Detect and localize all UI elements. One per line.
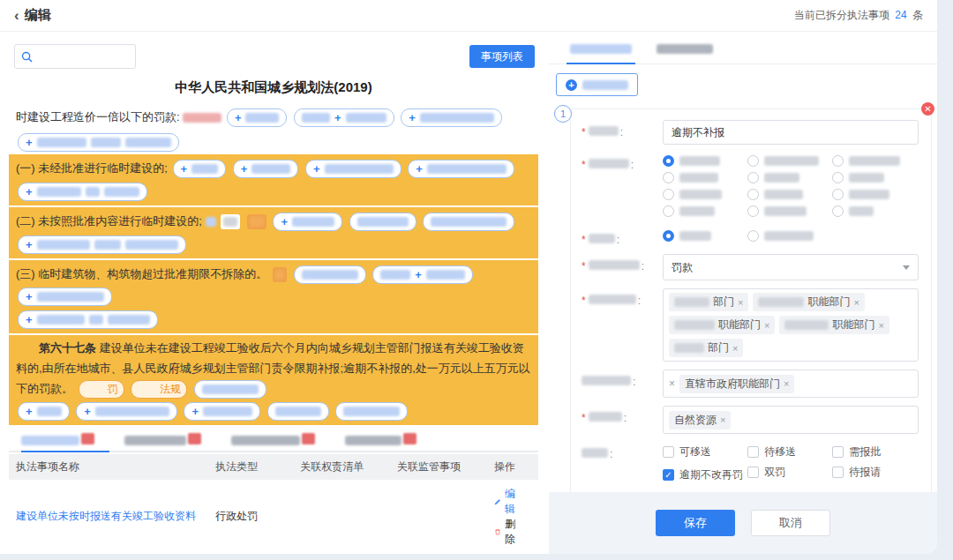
redacted-text <box>302 113 330 123</box>
checkbox-option-checked[interactable]: ✓逾期不改再罚 <box>663 467 745 482</box>
clause-text: (三) 临时建筑物、构筑物超过批准期限不拆除的。 <box>16 267 267 280</box>
result-tab[interactable] <box>345 436 416 445</box>
department-tag[interactable]: 职能部门× <box>669 316 775 334</box>
delete-button[interactable]: 删除 <box>494 517 519 547</box>
add-tag-pill[interactable] <box>423 213 514 231</box>
add-tag-pill[interactable]: + <box>408 160 514 178</box>
add-tag-pill[interactable]: + <box>173 160 227 178</box>
remove-tag-icon[interactable]: × <box>669 377 675 390</box>
split-count-prefix: 当前已拆分执法事项 <box>794 9 889 21</box>
radio-option[interactable] <box>663 155 745 167</box>
tag-label: 职能部门 <box>832 317 874 332</box>
tab-settings[interactable] <box>570 42 632 55</box>
department-tags-box[interactable]: 部门× 职能部门× 职能部门× 职能部门× 部门× <box>663 288 919 362</box>
checkbox-option[interactable]: 可移送 <box>663 444 745 459</box>
result-tab[interactable] <box>231 436 315 445</box>
add-tag-pill[interactable]: + <box>305 160 401 178</box>
split-count-suffix: 条 <box>912 9 923 21</box>
add-tag-pill[interactable]: + <box>294 108 394 127</box>
nature-tags-box[interactable]: 自然资源× <box>663 406 919 434</box>
redacted-text <box>191 164 218 174</box>
item-name-link[interactable]: 建设单位未按时报送有关竣工验收资料 <box>16 510 196 522</box>
back-chevron-icon[interactable]: ‹ <box>14 8 19 23</box>
cancel-button[interactable]: 取消 <box>751 510 830 536</box>
department-tag[interactable]: 职能部门× <box>779 316 889 334</box>
radio-option[interactable] <box>832 172 914 183</box>
add-tag-pill[interactable]: + <box>18 287 112 306</box>
add-tag-pill[interactable] <box>349 213 416 231</box>
redacted-chip <box>273 267 287 282</box>
tab-secondary[interactable] <box>657 42 713 55</box>
items-list-button[interactable]: 事项列表 <box>469 45 535 68</box>
radio-option[interactable] <box>747 172 829 183</box>
close-icon[interactable]: ✕ <box>921 102 934 116</box>
checkbox-option[interactable]: 待移送 <box>747 444 829 459</box>
add-tag-pill[interactable] <box>335 402 408 421</box>
department-tag[interactable]: 部门× <box>669 293 748 311</box>
add-tag-pill[interactable] <box>194 380 266 399</box>
remove-tag-icon[interactable]: × <box>784 378 789 389</box>
add-item-button[interactable]: + <box>556 73 638 96</box>
department-tag[interactable]: 部门× <box>669 339 743 357</box>
form-row-type: *: <box>582 153 919 220</box>
redacted-text <box>124 436 186 445</box>
checkbox-option[interactable]: 需报批 <box>832 444 914 459</box>
add-tag-pill[interactable]: + <box>76 402 177 421</box>
add-tag-pill[interactable]: + <box>401 108 502 127</box>
add-tag-pill[interactable]: + <box>233 160 299 178</box>
department-tag[interactable]: 职能部门× <box>753 293 864 311</box>
add-tag-pill[interactable]: + <box>227 108 288 127</box>
result-tab[interactable] <box>124 436 201 445</box>
city-dept-tags-box[interactable]: × 直辖市政府职能部门× <box>663 370 919 398</box>
redacted-text <box>206 217 216 227</box>
form-row-departments: *: 部门× 职能部门× 职能部门× 职能部门× 部门× <box>582 288 919 362</box>
checkbox-option[interactable]: 待报请 <box>832 465 914 480</box>
radio-option[interactable] <box>747 230 829 242</box>
punish-type-select[interactable]: 罚款 <box>663 254 919 280</box>
fagui-tag-pill[interactable]: 法规 <box>131 380 187 399</box>
radio-option[interactable] <box>663 230 745 242</box>
redacted-text <box>183 113 221 123</box>
article-number: 第六十七条 <box>39 341 96 355</box>
remove-tag-icon[interactable]: × <box>732 343 738 354</box>
radio-option[interactable] <box>663 172 745 183</box>
radio-option[interactable] <box>747 189 829 200</box>
radio-option[interactable] <box>747 205 829 217</box>
remove-tag-icon[interactable]: × <box>720 414 725 425</box>
back-nav[interactable]: ‹ 编辑 <box>14 7 51 24</box>
radio-option[interactable] <box>832 155 914 167</box>
radio-option[interactable] <box>663 189 745 200</box>
radio-option[interactable] <box>832 205 914 217</box>
add-tag-pill[interactable] <box>294 265 366 284</box>
result-tab[interactable] <box>21 436 94 445</box>
add-tag-pill[interactable]: + <box>18 133 179 152</box>
checkbox-option[interactable]: 双罚 <box>747 465 829 480</box>
city-dept-tag[interactable]: 直辖市政府职能部门× <box>679 375 794 393</box>
save-button[interactable]: 保存 <box>656 510 735 536</box>
radio-icon <box>747 230 759 242</box>
edit-button[interactable]: 编辑 <box>494 487 519 517</box>
add-tag-pill[interactable]: + <box>18 402 70 421</box>
add-tag-pill[interactable]: + <box>273 213 342 231</box>
add-tag-pill[interactable]: + <box>18 183 147 201</box>
radio-option[interactable] <box>832 189 914 200</box>
highlighted-clause: (二) 未按照批准内容进行临时建设的; + + <box>9 207 538 258</box>
radio-option[interactable] <box>663 205 745 217</box>
radio-option[interactable] <box>747 155 829 167</box>
add-tag-pill[interactable]: + <box>184 402 260 421</box>
add-tag-pill[interactable] <box>267 402 329 421</box>
search-input[interactable] <box>14 44 136 69</box>
tag-label: 职能部门 <box>807 295 850 310</box>
remove-tag-icon[interactable]: × <box>853 297 859 308</box>
nature-tag[interactable]: 自然资源× <box>669 411 731 429</box>
item-name-input[interactable] <box>663 120 919 145</box>
remove-tag-icon[interactable]: × <box>878 320 883 331</box>
remove-tag-icon[interactable]: × <box>764 320 769 331</box>
clause-text: (二) 未按照批准内容进行临时建设的; <box>16 214 202 228</box>
fa-tag-pill[interactable]: 罚 <box>79 380 124 399</box>
required-asterisk: * <box>582 159 586 171</box>
add-tag-pill[interactable]: + <box>372 265 473 284</box>
remove-tag-icon[interactable]: × <box>738 297 743 308</box>
add-tag-pill[interactable]: + <box>18 235 186 254</box>
add-tag-pill[interactable]: + <box>18 310 158 329</box>
